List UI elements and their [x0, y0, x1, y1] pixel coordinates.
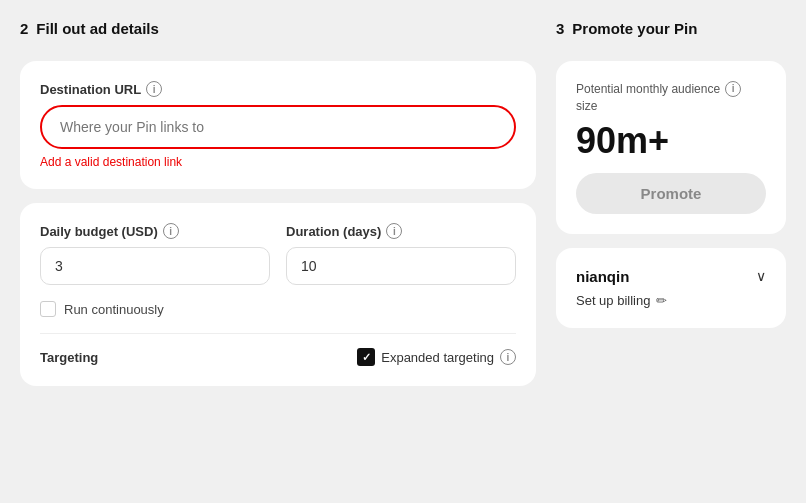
url-card: Destination URL i Add a valid destinatio… — [20, 61, 536, 189]
audience-card: Potential monthly audience size i 90m+ P… — [556, 61, 786, 234]
expanded-targeting-info-icon[interactable]: i — [500, 349, 516, 365]
duration-info-icon[interactable]: i — [386, 223, 402, 239]
audience-info-icon[interactable]: i — [725, 81, 741, 97]
right-section-title: Promote your Pin — [572, 20, 697, 37]
url-field-label: Destination URL i — [40, 81, 516, 97]
audience-size-value: 90m+ — [576, 123, 766, 159]
expanded-targeting-checkbox[interactable] — [357, 348, 375, 366]
targeting-right: Expanded targeting i — [357, 348, 516, 366]
left-section-number: 2 — [20, 20, 28, 37]
billing-header: nianqin ∨ — [576, 268, 766, 285]
daily-budget-input[interactable] — [40, 247, 270, 285]
run-continuously-checkbox[interactable] — [40, 301, 56, 317]
run-continuously-label[interactable]: Run continuously — [64, 302, 164, 317]
audience-size-label: Potential monthly audience size i — [576, 81, 766, 115]
setup-billing-label: Set up billing — [576, 293, 650, 308]
duration-field: Duration (days) i — [286, 223, 516, 285]
left-section-title: Fill out ad details — [36, 20, 159, 37]
billing-name: nianqin — [576, 268, 629, 285]
right-section-number: 3 — [556, 20, 564, 37]
url-error-text: Add a valid destination link — [40, 155, 516, 169]
billing-card: nianqin ∨ Set up billing ✏ — [556, 248, 786, 328]
promote-button[interactable]: Promote — [576, 173, 766, 214]
budget-info-icon[interactable]: i — [163, 223, 179, 239]
card-divider — [40, 333, 516, 334]
left-panel: 2 Fill out ad details Destination URL i … — [20, 20, 536, 386]
edit-icon[interactable]: ✏ — [656, 293, 667, 308]
duration-input[interactable] — [286, 247, 516, 285]
budget-row: Daily budget (USD) i Duration (days) i — [40, 223, 516, 285]
expanded-targeting-label: Expanded targeting — [381, 350, 494, 365]
targeting-label: Targeting — [40, 350, 98, 365]
targeting-row: Targeting Expanded targeting i — [40, 348, 516, 366]
url-info-icon[interactable]: i — [146, 81, 162, 97]
run-continuously-row: Run continuously — [40, 301, 516, 317]
destination-url-input[interactable] — [40, 105, 516, 149]
daily-budget-field: Daily budget (USD) i — [40, 223, 270, 285]
right-panel: 3 Promote your Pin Potential monthly aud… — [556, 20, 786, 328]
budget-card: Daily budget (USD) i Duration (days) i R… — [20, 203, 536, 386]
left-section-header: 2 Fill out ad details — [20, 20, 536, 37]
billing-setup-row: Set up billing ✏ — [576, 293, 766, 308]
right-section-header: 3 Promote your Pin — [556, 20, 786, 37]
daily-budget-label: Daily budget (USD) i — [40, 223, 270, 239]
chevron-down-icon[interactable]: ∨ — [756, 268, 766, 284]
duration-label: Duration (days) i — [286, 223, 516, 239]
